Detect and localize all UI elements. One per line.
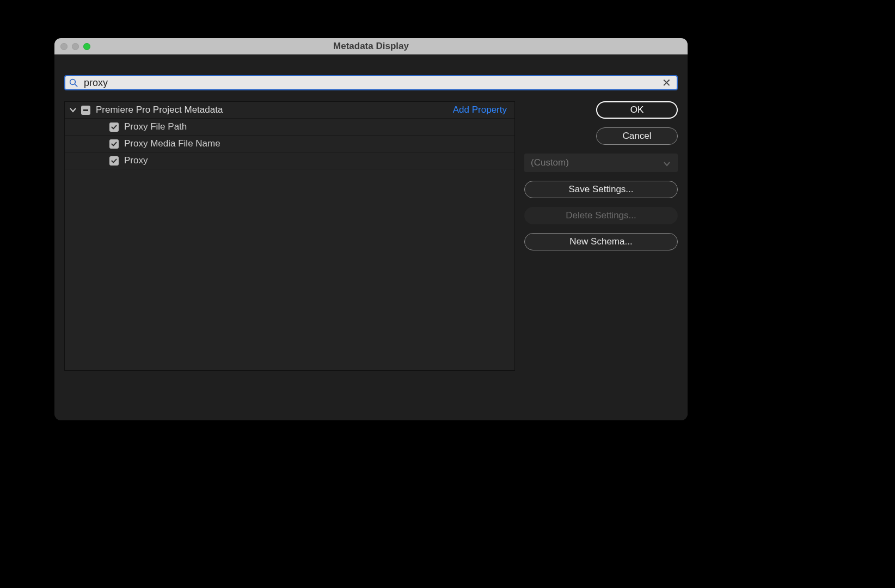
search-icon bbox=[69, 78, 78, 88]
new-schema-button[interactable]: New Schema... bbox=[524, 233, 678, 250]
window-title: Metadata Display bbox=[54, 41, 688, 52]
chevron-down-icon bbox=[664, 159, 671, 167]
ok-button[interactable]: OK bbox=[596, 101, 678, 119]
dialog-body: ✕ Premiere Pro Project Metadata Add Prop… bbox=[54, 54, 688, 420]
metadata-display-dialog: Metadata Display ✕ Premiere Pro Project … bbox=[54, 38, 688, 420]
preset-select[interactable]: (Custom) bbox=[524, 154, 678, 172]
item-checkbox[interactable] bbox=[109, 139, 119, 149]
titlebar: Metadata Display bbox=[54, 38, 688, 54]
tree-item-row[interactable]: Proxy File Path bbox=[65, 119, 514, 136]
item-checkbox[interactable] bbox=[109, 122, 119, 132]
add-property-link[interactable]: Add Property bbox=[453, 105, 507, 115]
save-settings-button[interactable]: Save Settings... bbox=[524, 181, 678, 198]
tree-group-row[interactable]: Premiere Pro Project Metadata Add Proper… bbox=[65, 102, 514, 119]
disclosure-triangle-icon[interactable] bbox=[69, 106, 77, 114]
cancel-button[interactable]: Cancel bbox=[596, 127, 678, 145]
svg-line-1 bbox=[75, 84, 77, 87]
preset-selected-label: (Custom) bbox=[531, 157, 569, 168]
tree-item-row[interactable]: Proxy bbox=[65, 152, 514, 169]
delete-settings-button: Delete Settings... bbox=[524, 207, 678, 224]
item-label: Proxy bbox=[124, 155, 148, 166]
clear-search-button[interactable]: ✕ bbox=[660, 76, 673, 89]
item-label: Proxy Media File Name bbox=[124, 138, 220, 149]
search-wrap: ✕ bbox=[64, 75, 678, 90]
tree-item-row[interactable]: Proxy Media File Name bbox=[65, 136, 514, 152]
search-box: ✕ bbox=[64, 75, 678, 90]
group-label: Premiere Pro Project Metadata bbox=[96, 105, 223, 115]
side-buttons: OK Cancel (Custom) Save Settings... Dele… bbox=[524, 101, 678, 250]
metadata-tree: Premiere Pro Project Metadata Add Proper… bbox=[64, 101, 515, 371]
item-checkbox[interactable] bbox=[109, 156, 119, 166]
item-label: Proxy File Path bbox=[124, 121, 187, 132]
group-mixed-checkbox[interactable] bbox=[81, 106, 90, 115]
search-input[interactable] bbox=[84, 77, 660, 89]
